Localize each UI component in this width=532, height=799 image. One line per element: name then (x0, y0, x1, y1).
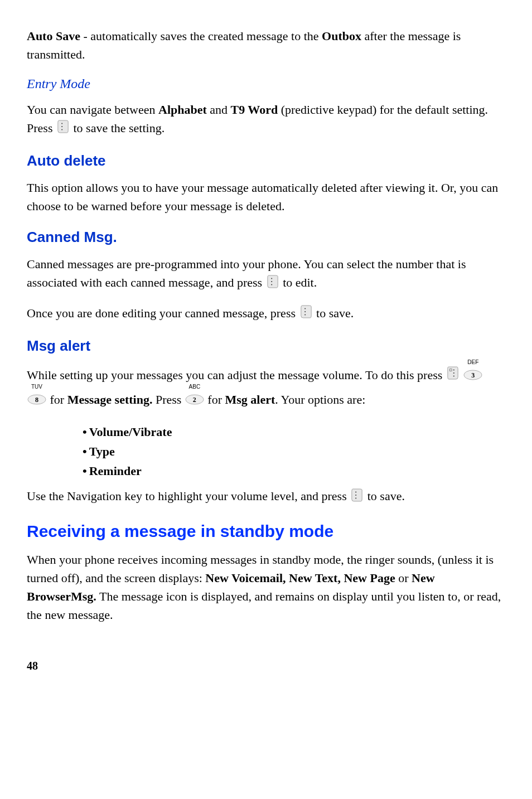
paragraph-auto-delete: This option allows you to have your mess… (27, 178, 505, 215)
text: Once you are done editing your canned me… (27, 306, 299, 320)
key-8-num: 8 (35, 394, 38, 407)
text: to save. (313, 306, 354, 320)
key-3-icon: DEF3 (463, 365, 482, 388)
paragraph-canned-2: Once you are done editing your canned me… (27, 304, 505, 324)
text: While setting up your messages you can a… (27, 368, 446, 382)
menu-key-icon (447, 365, 459, 388)
ok-key-icon (351, 488, 363, 507)
text: Use the Navigation key to highlight your… (27, 489, 350, 503)
key-2-num: 2 (193, 394, 196, 407)
list-item: Type (83, 442, 505, 461)
key-8-icon: TUV8 (27, 389, 46, 413)
ok-key-icon (57, 119, 69, 139)
text: to save. (364, 489, 405, 503)
label-alphabet: Alphabet (158, 103, 207, 117)
page-number: 48 (27, 657, 505, 674)
paragraph-nav-key: Use the Navigation key to highlight your… (27, 487, 505, 507)
label-outbox: Outbox (322, 29, 361, 43)
label-message-setting: Message setting. (67, 393, 153, 406)
label-auto-save: Auto Save (27, 29, 80, 43)
text: You can navigate between (27, 103, 158, 117)
text: Press (152, 393, 184, 406)
ok-key-icon (267, 274, 279, 294)
heading-receiving: Receiving a message in standby mode (27, 519, 505, 544)
text: Canned messages are pre-programmed into … (27, 257, 466, 289)
text: to save the setting. (70, 121, 165, 135)
heading-canned-msg: Canned Msg. (27, 226, 505, 248)
label-msg-alert: Msg alert (225, 393, 275, 406)
options-list: Volume/Vibrate Type Reminder (27, 423, 505, 480)
key-3-sup: DEF (467, 357, 478, 367)
key-8-sup: TUV (31, 381, 42, 392)
key-3-num: 3 (471, 370, 475, 382)
text: for (47, 393, 67, 406)
key-2-sup: ABC (189, 381, 201, 392)
text: to edit. (280, 275, 317, 289)
key-2-icon: ABC2 (185, 389, 204, 413)
label-new-types: New Voicemail, New Text, New Page (205, 571, 395, 585)
text: or (395, 571, 412, 585)
paragraph-receiving: When your phone receives incoming messag… (27, 550, 505, 624)
ok-key-icon (300, 304, 312, 324)
text: . Your options are: (275, 393, 365, 406)
heading-entry-mode: Entry Mode (27, 74, 505, 94)
heading-auto-delete: Auto delete (27, 150, 505, 172)
paragraph-entry-mode: You can navigate between Alphabet and T9… (27, 100, 505, 139)
list-item: Volume/Vibrate (83, 423, 505, 441)
paragraph-auto-save: Auto Save - automatically saves the crea… (27, 27, 505, 64)
text: The message icon is displayed, and remai… (27, 589, 501, 622)
text: and (207, 103, 231, 117)
paragraph-canned-1: Canned messages are pre-programmed into … (27, 255, 505, 293)
list-item: Reminder (83, 462, 505, 480)
text: - automatically saves the created messag… (80, 29, 322, 43)
heading-msg-alert: Msg alert (27, 335, 505, 357)
text: for (205, 393, 225, 406)
label-t9-word: T9 Word (231, 103, 278, 117)
paragraph-msg-alert: While setting up your messages you can a… (27, 364, 505, 413)
